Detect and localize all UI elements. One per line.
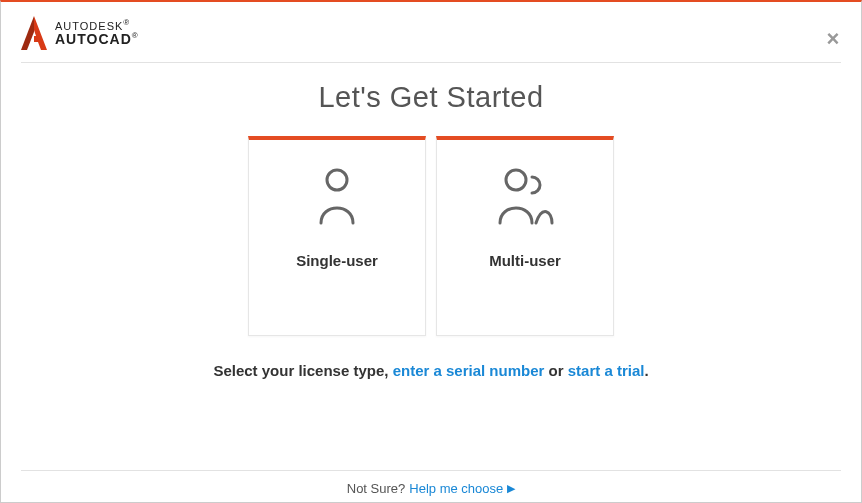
svg-point-0 xyxy=(327,170,347,190)
main-content: Let's Get Started Single-user xyxy=(1,63,861,470)
footer: Not Sure? Help me choose ▶ xyxy=(21,470,841,502)
chevron-right-icon: ▶ xyxy=(507,482,515,495)
single-user-label: Single-user xyxy=(296,252,378,269)
brand-line2: AUTOCAD® xyxy=(55,32,139,47)
brand-text: AUTODESK® AUTOCAD® xyxy=(55,19,139,47)
close-button[interactable]: × xyxy=(823,30,843,50)
multi-user-card[interactable]: Multi-user xyxy=(436,136,614,336)
single-user-icon xyxy=(315,164,359,228)
subtext-middle: or xyxy=(544,362,567,379)
brand-logo: AUTODESK® AUTOCAD® xyxy=(21,16,139,50)
help-me-choose-link[interactable]: Help me choose xyxy=(409,481,503,496)
license-dialog: AUTODESK® AUTOCAD® × Let's Get Started S… xyxy=(0,0,862,503)
multi-user-icon xyxy=(492,164,558,228)
svg-point-1 xyxy=(506,170,526,190)
multi-user-label: Multi-user xyxy=(489,252,561,269)
subtext: Select your license type, enter a serial… xyxy=(213,362,648,379)
subtext-prefix: Select your license type, xyxy=(213,362,392,379)
enter-serial-link[interactable]: enter a serial number xyxy=(393,362,545,379)
autodesk-a-icon xyxy=(21,16,47,50)
start-trial-link[interactable]: start a trial xyxy=(568,362,645,379)
subtext-suffix: . xyxy=(644,362,648,379)
header: AUTODESK® AUTOCAD® × xyxy=(1,2,861,62)
single-user-card[interactable]: Single-user xyxy=(248,136,426,336)
footer-prompt: Not Sure? xyxy=(347,481,406,496)
page-title: Let's Get Started xyxy=(318,81,543,114)
license-cards: Single-user Multi-user xyxy=(248,136,614,336)
